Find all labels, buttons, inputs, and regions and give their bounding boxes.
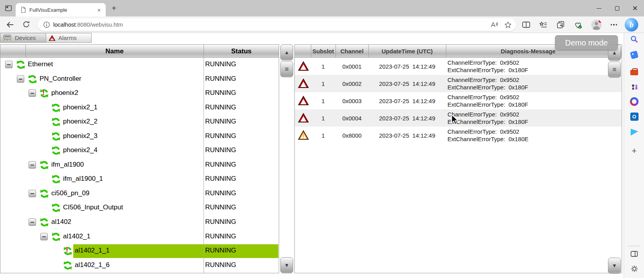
device-running-icon bbox=[16, 60, 25, 69]
alarm-row[interactable]: 10x00012023-07-25 14:12:49ChannelErrorTy… bbox=[295, 58, 622, 75]
browser-tab-strip: FullVisuExample × + ✕ bbox=[0, 0, 644, 16]
column-header-updatetime[interactable]: UpdateTime (UTC) bbox=[368, 45, 446, 58]
tree-row-label: al1402_1_6 bbox=[75, 261, 110, 269]
tree-scroll-up-icon[interactable]: ▲ bbox=[280, 44, 293, 60]
address-bar[interactable]: localhost:8080/webvisu.htm bbox=[38, 18, 516, 31]
alarm-row[interactable]: 10x80002023-07-25 14:12:49ChannelErrorTy… bbox=[295, 127, 622, 144]
tree-row[interactable]: ifm_al1900_1RUNNING bbox=[0, 172, 279, 187]
alarm-row[interactable]: 10x00022023-07-25 14:12:49ChannelErrorTy… bbox=[295, 75, 622, 92]
device-running-icon bbox=[51, 232, 61, 242]
alarm-channel: 0x0004 bbox=[336, 109, 368, 127]
window-minimize-button[interactable] bbox=[590, 0, 608, 16]
column-header-subslot[interactable]: Subslot bbox=[311, 45, 336, 58]
device-running-icon bbox=[51, 103, 61, 113]
tree-scroll-thumb[interactable]: ≡ bbox=[280, 61, 293, 77]
sidebar-outlook-icon[interactable]: O bbox=[630, 112, 639, 121]
tree-row[interactable]: ci506_pn_09RUNNING bbox=[0, 187, 279, 201]
sidebar-tools-icon[interactable] bbox=[630, 67, 639, 76]
tree-row[interactable]: PN_ControllerRUNNING bbox=[0, 72, 279, 87]
tree-row[interactable]: !al1402_1_1RUNNING bbox=[0, 244, 279, 258]
tree-collapse-icon[interactable] bbox=[40, 233, 48, 240]
tree-collapse-icon[interactable] bbox=[29, 190, 36, 197]
device-running-icon bbox=[28, 74, 37, 84]
sidebar-microsoft365-icon[interactable] bbox=[630, 97, 639, 106]
profile-avatar[interactable] bbox=[591, 20, 602, 30]
sidebar-drop-paper-plane-icon[interactable] bbox=[630, 127, 639, 137]
tree-collapse-icon[interactable] bbox=[29, 89, 36, 97]
tab-actions-icon[interactable] bbox=[4, 4, 13, 13]
alarm-scroll-down-icon[interactable]: ▼ bbox=[608, 258, 621, 274]
alarm-table-body: 10x00012023-07-25 14:12:49ChannelErrorTy… bbox=[295, 58, 622, 273]
tree-collapse-icon[interactable] bbox=[5, 61, 13, 68]
collections-icon[interactable] bbox=[556, 20, 565, 29]
favorite-star-icon[interactable] bbox=[504, 21, 512, 29]
device-running-error-icon: ! bbox=[63, 246, 72, 256]
new-tab-button[interactable]: + bbox=[110, 4, 118, 13]
alarm-channel: 0x8000 bbox=[336, 127, 368, 144]
tree-collapse-icon[interactable] bbox=[29, 218, 36, 226]
sidebar-add-icon[interactable]: + bbox=[630, 146, 639, 156]
tree-row-label: Ethernet bbox=[28, 60, 53, 68]
tree-row[interactable]: CI506_Input_OutputRUNNING bbox=[0, 201, 279, 215]
alarm-row[interactable]: 10x00032023-07-25 14:12:49ChannelErrorTy… bbox=[295, 92, 622, 109]
browser-window: FullVisuExample × + ✕ localhost:8080/web… bbox=[0, 0, 644, 278]
tree-row[interactable]: al1402_1RUNNING bbox=[0, 230, 279, 244]
tab-close-icon[interactable]: × bbox=[96, 6, 103, 13]
tree-row-label: phoenix2_1 bbox=[63, 104, 97, 111]
alarm-updatetime: 2023-07-25 14:12:49 bbox=[368, 109, 446, 127]
alarm-table: Subslot Channel UpdateTime (UTC) Diagnos… bbox=[294, 44, 622, 273]
tab-devices[interactable]: Devices bbox=[0, 33, 46, 43]
tree-row[interactable]: phoenix2_1RUNNING bbox=[0, 101, 279, 115]
copilot-icon[interactable]: b bbox=[625, 18, 638, 31]
tree-scroll-down-icon[interactable]: ▼ bbox=[280, 257, 293, 273]
tree-row-status: RUNNING bbox=[205, 104, 236, 111]
tree-row-status: RUNNING bbox=[205, 75, 236, 83]
alarm-channel: 0x0002 bbox=[336, 75, 368, 92]
window-close-button[interactable]: ✕ bbox=[626, 0, 644, 16]
browser-essentials-icon[interactable] bbox=[573, 20, 583, 29]
tab-alarms[interactable]: Alarms bbox=[46, 33, 92, 43]
column-header-name[interactable]: Name bbox=[25, 45, 204, 58]
column-header-status[interactable]: Status bbox=[204, 45, 279, 58]
tree-row[interactable]: ifm_al1900RUNNING bbox=[0, 158, 279, 173]
favorites-list-icon[interactable] bbox=[539, 20, 548, 29]
tree-row[interactable]: al1402RUNNING bbox=[0, 215, 279, 230]
tree-row[interactable]: al1402_1_6RUNNING bbox=[0, 258, 279, 273]
tree-row-status: RUNNING bbox=[205, 146, 236, 154]
alarm-channel: 0x0003 bbox=[336, 92, 368, 109]
browser-tab[interactable]: FullVisuExample × bbox=[16, 3, 106, 16]
tree-row-status: RUNNING bbox=[205, 189, 236, 197]
tree-row[interactable]: phoenix2_2RUNNING bbox=[0, 115, 279, 129]
address-url[interactable]: localhost:8080/webvisu.htm bbox=[53, 22, 123, 28]
settings-menu-icon[interactable] bbox=[609, 20, 619, 29]
tree-row[interactable]: !phoenix2RUNNING bbox=[0, 86, 279, 101]
sidebar-settings-gear-icon[interactable] bbox=[630, 264, 639, 273]
site-info-icon[interactable] bbox=[43, 21, 50, 28]
window-maximize-button[interactable] bbox=[608, 0, 626, 16]
alarm-scroll-thumb[interactable]: ≡ bbox=[608, 62, 621, 78]
alarm-error-icon bbox=[298, 78, 309, 90]
read-aloud-icon[interactable] bbox=[490, 21, 498, 29]
column-header-channel[interactable]: Channel bbox=[336, 45, 368, 58]
tree-row[interactable]: phoenix2_3RUNNING bbox=[0, 129, 279, 144]
alarm-error-icon bbox=[298, 96, 309, 107]
tree-collapse-icon[interactable] bbox=[29, 161, 36, 169]
back-icon[interactable] bbox=[5, 20, 15, 29]
tree-collapse-icon[interactable] bbox=[17, 75, 24, 83]
sidebar-shopping-icon[interactable] bbox=[630, 50, 639, 60]
device-running-icon bbox=[40, 160, 49, 170]
page-favicon bbox=[20, 7, 26, 13]
devices-icon bbox=[3, 34, 12, 42]
alarm-diagnosis-message: ChannelErrorType: 0x9502 ExtChannelError… bbox=[447, 128, 529, 143]
alarm-updatetime: 2023-07-25 14:12:49 bbox=[368, 75, 446, 92]
split-screen-icon[interactable] bbox=[521, 20, 531, 29]
tree-row-status: RUNNING bbox=[205, 161, 236, 169]
tree-row[interactable]: EthernetRUNNING bbox=[0, 58, 279, 72]
mouse-cursor bbox=[451, 115, 460, 125]
sidebar-panel-toggle-icon[interactable] bbox=[630, 249, 639, 258]
sidebar-search-icon[interactable] bbox=[630, 35, 639, 44]
refresh-icon[interactable] bbox=[22, 20, 31, 29]
alarm-updatetime: 2023-07-25 14:12:49 bbox=[368, 58, 446, 75]
tree-row[interactable]: phoenix2_4RUNNING bbox=[0, 144, 279, 158]
sidebar-games-icon[interactable] bbox=[630, 82, 639, 92]
